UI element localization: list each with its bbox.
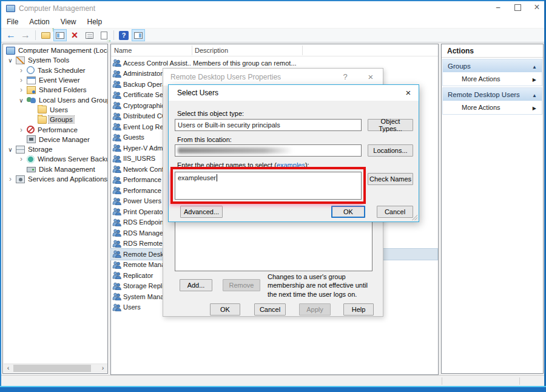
add-button[interactable]: Add... <box>180 279 212 291</box>
actions-section-groups-header[interactable]: Groups <box>443 59 542 72</box>
more-actions-remote-desktop-users[interactable]: More Actions <box>443 101 542 114</box>
disk-icon <box>27 167 36 172</box>
tree-expander-icon[interactable] <box>16 66 26 75</box>
scroll-right-icon[interactable] <box>98 364 107 373</box>
menu-help[interactable]: Help <box>82 18 108 26</box>
dialog-help-icon[interactable] <box>335 69 355 86</box>
more-actions-groups[interactable]: More Actions <box>443 72 542 86</box>
forward-icon[interactable] <box>19 29 32 41</box>
minimize-icon[interactable] <box>489 0 507 15</box>
properties-icon[interactable] <box>83 29 96 41</box>
dialog-close-icon[interactable] <box>361 69 380 86</box>
tree-expander-icon[interactable] <box>5 175 15 183</box>
group-icon <box>112 155 122 163</box>
more-actions-label: More Actions <box>462 75 500 83</box>
more-actions-label: More Actions <box>462 104 500 111</box>
list-header: Name Description <box>111 44 438 56</box>
object-types-button[interactable]: Object Types... <box>368 119 413 131</box>
check-names-button[interactable]: Check Names <box>368 173 413 185</box>
tree-expander-icon[interactable] <box>16 76 26 84</box>
show-console-tree-icon[interactable] <box>53 29 67 41</box>
group-name: Access Control Assist... <box>122 59 191 67</box>
tree-item[interactable]: System Tools <box>3 55 107 65</box>
group-list-item[interactable]: Access Control Assist... Members of this… <box>111 58 437 69</box>
tree-expander-icon[interactable] <box>5 56 15 64</box>
tree-item-label: Groups <box>49 116 74 123</box>
tree-item[interactable]: Windows Server Backup <box>3 154 107 164</box>
properties-ok-button[interactable]: OK <box>210 303 240 316</box>
menu-action[interactable]: Action <box>24 18 55 26</box>
tree-item[interactable]: Computer Management (Local <box>3 46 107 55</box>
scroll-left-icon[interactable] <box>4 364 13 373</box>
remove-button[interactable]: Remove <box>223 279 260 291</box>
console-tree-glyph <box>56 32 64 39</box>
group-icon <box>112 101 122 109</box>
group-icon <box>112 261 122 269</box>
dialog-close-icon[interactable] <box>398 85 419 101</box>
group-icon <box>112 70 122 78</box>
object-names-input[interactable]: exampleuser <box>175 172 362 200</box>
column-header-description[interactable]: Description <box>192 44 302 56</box>
properties-cancel-button[interactable]: Cancel <box>254 303 286 316</box>
toolbar-separator <box>113 30 114 40</box>
menu-file[interactable]: File <box>1 18 24 26</box>
resize-grip[interactable] <box>411 214 417 220</box>
red-x-glyph <box>72 29 78 42</box>
tree-item[interactable]: Local Users and Groups <box>3 95 107 104</box>
tree-item[interactable]: Users <box>3 105 107 115</box>
console-tree: Computer Management (Local System Tools … <box>3 46 107 184</box>
export-list-icon[interactable] <box>97 29 110 41</box>
select-users-ok-button[interactable]: OK <box>331 206 365 218</box>
locations-button[interactable]: Locations... <box>368 144 413 157</box>
tree-expander-icon[interactable] <box>16 155 26 163</box>
close-icon[interactable] <box>528 0 546 15</box>
folder-up-icon[interactable] <box>39 29 52 41</box>
tree-expander-icon[interactable] <box>16 96 26 104</box>
object-type-field[interactable]: Users or Built-in security principals <box>175 119 362 131</box>
column-separator[interactable] <box>192 46 192 55</box>
tree-item[interactable]: Performance <box>3 124 107 134</box>
tree-item[interactable]: Event Viewer <box>3 75 107 85</box>
tree-item[interactable]: Storage <box>3 144 107 154</box>
from-location-field[interactable] <box>175 144 362 157</box>
window-border-bottom <box>0 386 546 392</box>
app-icon <box>6 5 15 12</box>
redacted-location-value <box>178 147 293 154</box>
column-separator[interactable] <box>302 46 303 55</box>
horizontal-scrollbar[interactable] <box>4 363 107 373</box>
show-action-pane-icon[interactable] <box>132 29 145 41</box>
tree-item[interactable]: Groups <box>3 115 107 124</box>
help-icon[interactable] <box>117 29 130 41</box>
group-description: Members of this group can remot... <box>191 59 437 67</box>
tree-item[interactable]: Task Scheduler <box>3 66 107 75</box>
console-tree-pane: Computer Management (Local System Tools … <box>2 44 108 374</box>
submenu-arrow-icon <box>533 75 536 83</box>
tree-expander-icon[interactable] <box>5 145 15 154</box>
tree-item[interactable]: Device Manager <box>3 135 107 144</box>
tree-expander-icon[interactable] <box>16 126 26 134</box>
tree-item[interactable]: Disk Management <box>3 164 107 174</box>
properties-dialog-title: Remote Desktop Users Properties <box>163 73 281 81</box>
menu-view[interactable]: View <box>55 18 82 26</box>
collapse-icon[interactable] <box>532 63 537 70</box>
back-arrow-glyph <box>6 30 16 41</box>
advanced-button[interactable]: Advanced... <box>180 206 223 218</box>
tree-expander-icon[interactable] <box>16 86 26 94</box>
backup-icon <box>27 155 35 163</box>
question-mark-glyph <box>119 31 129 40</box>
maximize-icon[interactable] <box>508 0 527 15</box>
select-users-cancel-button[interactable]: Cancel <box>377 206 413 218</box>
back-icon[interactable] <box>4 29 18 41</box>
column-header-name[interactable]: Name <box>111 44 192 56</box>
actions-section-rdu-header[interactable]: Remote Desktop Users <box>443 88 542 101</box>
properties-apply-button[interactable]: Apply <box>299 303 331 316</box>
properties-help-button[interactable]: Help <box>343 303 374 316</box>
collapse-icon[interactable] <box>532 91 537 98</box>
delete-icon[interactable] <box>68 29 81 41</box>
tree-item[interactable]: Services and Applications <box>3 174 107 184</box>
examples-link[interactable]: examples <box>277 161 305 169</box>
eventviewer-icon <box>27 76 36 84</box>
tree-item[interactable]: Shared Folders <box>3 85 107 95</box>
scrollbar-thumb[interactable] <box>13 365 91 372</box>
status-separator <box>442 377 442 385</box>
